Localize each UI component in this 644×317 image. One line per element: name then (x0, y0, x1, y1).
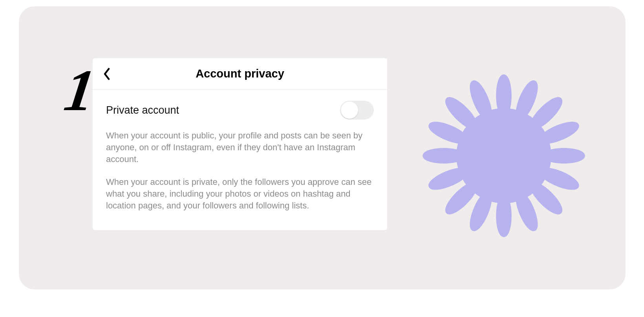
toggle-knob (341, 101, 358, 119)
public-description: When your account is public, your profil… (106, 130, 374, 165)
tutorial-slide: 1 Account privacy Private account When y… (19, 6, 626, 289)
private-account-label: Private account (106, 104, 179, 116)
settings-panel: Account privacy Private account When you… (93, 58, 387, 230)
starburst-icon (417, 69, 590, 242)
panel-header: Account privacy (93, 58, 387, 90)
chevron-left-icon (103, 68, 111, 80)
page-title: Account privacy (93, 67, 387, 80)
back-button[interactable] (100, 67, 114, 81)
private-description: When your account is private, only the f… (106, 176, 374, 212)
step-number: 1 (61, 61, 96, 120)
private-account-row: Private account (93, 90, 387, 127)
private-account-toggle[interactable] (340, 101, 374, 120)
descriptions: When your account is public, your profil… (93, 127, 387, 230)
